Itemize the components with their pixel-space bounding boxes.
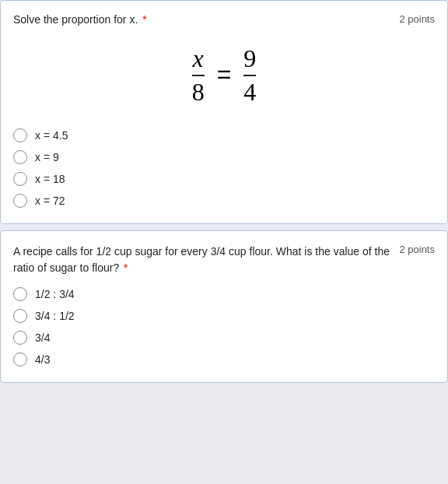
option-2-1[interactable]: 1/2 : 3/4 [13,287,435,301]
option-label-1-3: x = 18 [35,173,65,185]
fraction-left: x 8 [192,44,205,107]
fraction-right-denominator: 4 [243,78,256,107]
option-label-2-2: 3/4 : 1/2 [35,310,75,322]
radio-1-4[interactable] [13,194,27,208]
question-2-options: 1/2 : 3/4 3/4 : 1/2 3/4 4/3 [13,287,435,367]
fraction-left-denominator: 8 [192,78,205,107]
question-1-label: Solve the proportion for x. [13,13,138,26]
option-label-2-3: 3/4 [35,331,50,344]
radio-1-2[interactable] [13,150,27,164]
question-2-points: 2 points [399,244,435,255]
question-2-label: A recipe calls for 1/2 cup sugar for eve… [13,245,390,274]
option-1-3[interactable]: x = 18 [13,172,435,186]
question-1-text: Solve the proportion for x. * [13,13,390,26]
option-label-1-2: x = 9 [35,151,59,163]
option-label-1-1: x = 4.5 [35,129,68,142]
option-label-2-1: 1/2 : 3/4 [35,288,75,300]
option-1-4[interactable]: x = 72 [13,194,435,208]
option-1-1[interactable]: x = 4.5 [13,128,435,142]
radio-2-4[interactable] [13,352,27,367]
question-2-text: A recipe calls for 1/2 cup sugar for eve… [13,244,390,276]
option-2-3[interactable]: 3/4 [13,331,435,345]
fraction-left-numerator: x [193,44,204,73]
radio-1-1[interactable] [13,128,27,142]
equals-sign: = [217,60,232,89]
question-2-header: A recipe calls for 1/2 cup sugar for eve… [13,244,435,276]
option-1-2[interactable]: x = 9 [13,150,435,164]
option-label-2-4: 4/3 [35,353,50,366]
option-2-2[interactable]: 3/4 : 1/2 [13,309,435,323]
required-star-1: * [139,13,146,26]
question-1-options: x = 4.5 x = 9 x = 18 x = 72 [13,128,435,208]
required-star-2: * [121,261,128,274]
question-1-header: Solve the proportion for x. * 2 points [13,13,435,26]
radio-2-2[interactable] [13,309,27,323]
question-1-block: Solve the proportion for x. * 2 points x… [0,0,448,224]
radio-2-3[interactable] [13,331,27,345]
question-1-points: 2 points [399,13,435,25]
radio-2-1[interactable] [13,287,27,301]
option-2-4[interactable]: 4/3 [13,352,435,367]
fraction-right-line [243,75,256,76]
fraction-left-line [192,75,205,76]
option-label-1-4: x = 72 [35,195,65,207]
fraction-right-numerator: 9 [243,44,256,73]
question-2-block: A recipe calls for 1/2 cup sugar for eve… [0,230,448,383]
fraction-equation: x 8 = 9 4 [13,44,435,107]
fraction-right: 9 4 [243,44,256,107]
radio-1-3[interactable] [13,172,27,186]
